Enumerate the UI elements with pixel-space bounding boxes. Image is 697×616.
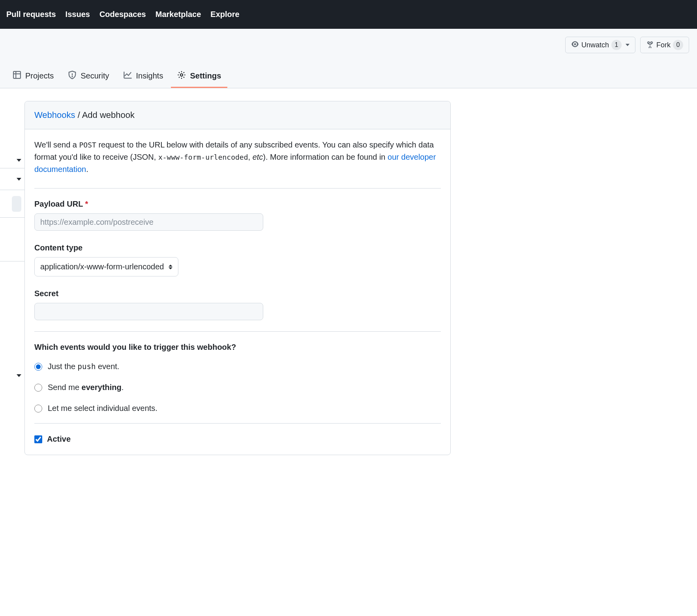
project-icon	[13, 71, 21, 81]
sidebar-active-indicator	[12, 196, 21, 212]
active-checkbox[interactable]	[34, 435, 42, 443]
tab-security-label: Security	[81, 71, 109, 80]
nav-marketplace[interactable]: Marketplace	[156, 10, 201, 19]
content-type-select[interactable]: application/x-www-form-urlencoded	[34, 257, 178, 276]
radio-everything-input[interactable]	[34, 384, 42, 392]
radio-individual[interactable]: Let me select individual events.	[34, 402, 441, 414]
fork-button[interactable]: Fork 0	[640, 37, 689, 53]
unwatch-button[interactable]: Unwatch 1	[565, 37, 635, 53]
events-heading: Which events would you like to trigger t…	[34, 341, 441, 353]
graph-icon	[124, 71, 132, 81]
payload-url-input[interactable]	[34, 213, 263, 231]
eye-icon	[571, 40, 579, 50]
intro-text: We'll send a POST request to the URL bel…	[34, 139, 441, 175]
required-star: *	[85, 200, 88, 208]
radio-everything[interactable]: Send me everything.	[34, 381, 441, 394]
tab-projects-label: Projects	[25, 71, 54, 80]
fork-count: 0	[673, 40, 683, 50]
gear-icon	[177, 71, 186, 81]
caret-down-icon	[626, 44, 630, 46]
svg-rect-0	[13, 71, 21, 78]
sidebar-section-collapse-3[interactable]	[0, 261, 24, 383]
content-type-label: Content type	[34, 242, 441, 254]
unwatch-label: Unwatch	[581, 41, 609, 49]
nav-explore[interactable]: Explore	[210, 10, 239, 19]
breadcrumb-separator: /	[75, 110, 82, 120]
sidebar-section-collapse-2[interactable]	[0, 168, 24, 190]
chevron-down-icon	[17, 374, 21, 377]
svg-point-5	[180, 74, 183, 76]
chevron-down-icon	[17, 159, 21, 162]
webhook-form-box: Webhooks / Add webhook We'll send a POST…	[24, 101, 451, 455]
breadcrumb-webhooks-link[interactable]: Webhooks	[34, 110, 75, 120]
tab-insights[interactable]: Insights	[117, 65, 170, 88]
secret-label: Secret	[34, 287, 441, 300]
tab-insights-label: Insights	[136, 71, 163, 80]
radio-just-push-input[interactable]	[34, 363, 42, 371]
tab-projects[interactable]: Projects	[6, 65, 60, 88]
active-row[interactable]: Active	[34, 433, 441, 445]
tab-settings-label: Settings	[190, 71, 221, 80]
shield-icon	[68, 71, 77, 81]
svg-point-4	[72, 76, 73, 77]
tab-security[interactable]: Security	[62, 65, 115, 88]
global-nav: Pull requests Issues Codespaces Marketpl…	[0, 0, 697, 29]
tab-settings[interactable]: Settings	[171, 65, 227, 88]
chevron-down-icon	[17, 178, 21, 181]
breadcrumb: Webhooks / Add webhook	[25, 101, 450, 129]
sidebar-active-item[interactable]	[0, 190, 24, 218]
unwatch-count: 1	[611, 40, 622, 50]
nav-pull-requests[interactable]: Pull requests	[6, 10, 56, 19]
content-type-value: application/x-www-form-urlencoded	[40, 261, 164, 273]
urlencoded-code: x-www-form-urlencoded	[158, 153, 248, 161]
settings-sidebar	[0, 101, 24, 455]
breadcrumb-current: Add webhook	[82, 110, 135, 120]
sidebar-section-collapse-1[interactable]	[0, 101, 24, 168]
select-caret-icon	[169, 265, 172, 269]
payload-url-label: Payload URL *	[34, 198, 441, 210]
fork-label: Fork	[656, 41, 671, 49]
radio-just-push[interactable]: Just the push event.	[34, 360, 441, 373]
fork-icon	[646, 40, 654, 50]
radio-individual-input[interactable]	[34, 405, 42, 413]
active-label: Active	[47, 433, 71, 445]
secret-input[interactable]	[34, 303, 263, 320]
repo-subheader: Unwatch 1 Fork 0 Projects Security	[0, 29, 697, 88]
nav-codespaces[interactable]: Codespaces	[99, 10, 146, 19]
nav-issues[interactable]: Issues	[66, 10, 90, 19]
post-code: POST	[79, 141, 96, 149]
